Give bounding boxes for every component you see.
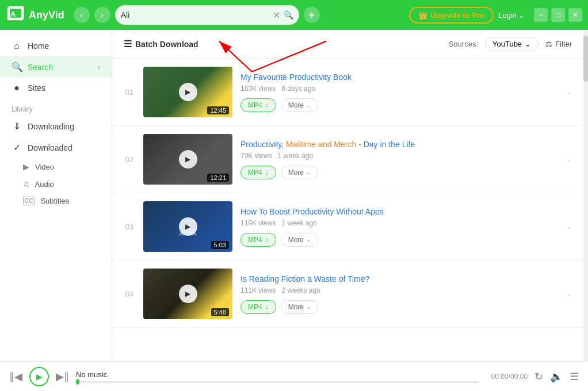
audio-icon: ♫ — [23, 179, 29, 189]
more-button[interactable]: More ⌄ — [281, 233, 318, 247]
player-repeat-button[interactable]: ↻ — [534, 370, 543, 383]
sidebar-item-home[interactable]: ⌂ Home — [0, 36, 112, 56]
result-actions: MP4 ↓ More ⌄ — [240, 300, 558, 314]
chevron-right-icon: › — [98, 63, 100, 71]
player-progress-bar[interactable] — [76, 381, 479, 383]
sidebar-item-search[interactable]: 🔍 Search › — [0, 56, 112, 78]
title-orange-part: Mailtime and Merch — [286, 140, 356, 149]
search-input[interactable]: Ali — [121, 10, 269, 20]
play-overlay[interactable]: ▶ — [179, 285, 197, 303]
play-overlay[interactable]: ▶ — [179, 150, 197, 168]
batch-icon: ☰ — [124, 39, 132, 49]
window-controls: − □ ✕ — [534, 8, 582, 22]
result-title[interactable]: How To Boost Productivity Without Apps — [240, 207, 558, 216]
collapse-icon[interactable]: ⌄ — [566, 88, 572, 96]
sidebar-sub-video[interactable]: ▶ Video — [0, 158, 112, 175]
player-queue-button[interactable]: ☰ — [570, 370, 579, 383]
maximize-button[interactable]: □ — [551, 8, 565, 22]
player-time: 00:00/00:00 — [491, 373, 528, 381]
title-rest-part: - Day in the Life — [356, 140, 415, 149]
player-title: No music — [76, 370, 479, 379]
sidebar-sub-audio[interactable]: ♫ Audio — [0, 175, 112, 193]
player-prev-button[interactable]: ∥◀ — [9, 370, 22, 383]
result-title[interactable]: Productivity, Mailtime and Merch - Day i… — [240, 140, 558, 149]
result-meta: 111K views 2 weeks ago — [240, 286, 558, 294]
sidebar-item-sites[interactable]: ● Sites — [0, 78, 112, 98]
result-actions: MP4 ↓ More ⌄ — [240, 166, 558, 179]
table-row: 04 📓 ▶ 5:48 Is Reading Fiction a Waste o… — [112, 260, 583, 328]
thumbnail[interactable]: 📚 ▶ 12:45 — [143, 67, 232, 117]
sidebar-item-downloading[interactable]: ⇓ Downloading — [0, 116, 112, 137]
upgrade-button[interactable]: 👑 Upgrade to Pro — [409, 7, 494, 24]
sidebar: ⌂ Home 🔍 Search › ● Sites Library ⇓ Down… — [0, 30, 112, 361]
scrollbar[interactable] — [583, 30, 588, 361]
play-overlay[interactable]: ▶ — [179, 83, 197, 101]
result-number: 02 — [124, 155, 135, 164]
result-meta: 163K views 6 days ago — [240, 85, 558, 93]
more-button[interactable]: More ⌄ — [281, 98, 318, 112]
download-icon: ⇓ — [12, 121, 22, 132]
bottom-player: ∥◀ ▶ ▶∥ No music 00:00/00:00 ↻ 🔈 ☰ — [0, 361, 588, 391]
result-meta: 79K views 1 week ago — [240, 152, 558, 160]
player-track: No music — [76, 370, 479, 383]
mp4-download-button[interactable]: MP4 ↓ — [240, 98, 276, 112]
table-row: 01 📚 ▶ 12:45 My Favourite Productivity B… — [112, 59, 583, 126]
player-progress-fill — [76, 379, 79, 385]
table-row: 03 💻 ▶ 5:03 How To Boost Productivity Wi… — [112, 193, 583, 260]
thumbnail[interactable]: 🎥 ▶ 12:21 — [143, 134, 232, 185]
collapse-icon[interactable]: ⌄ — [566, 223, 572, 231]
more-button[interactable]: More ⌄ — [281, 166, 318, 179]
nav-forward-button[interactable]: › — [94, 7, 110, 23]
search-clear-button[interactable]: ✕ — [273, 10, 280, 21]
video-duration: 5:48 — [211, 308, 229, 316]
download-icon: ↓ — [265, 101, 269, 109]
thumbnail[interactable]: 💻 ▶ 5:03 — [143, 201, 232, 252]
sidebar-item-downloaded[interactable]: ✓ Downloaded — [0, 137, 112, 158]
add-tab-button[interactable]: + — [304, 7, 320, 23]
filter-button[interactable]: ⚖ Filter — [545, 40, 572, 48]
title-blue-part: Productivity, — [240, 140, 286, 149]
download-icon: ↓ — [265, 303, 269, 311]
titlebar: A AnyVid ‹ › Ali ✕ 🔍 + 👑 Upgrade to Pro … — [0, 0, 588, 30]
sources-select[interactable]: YouTube ⌄ — [485, 37, 539, 51]
check-icon: ✓ — [12, 142, 22, 153]
scrollbar-thumb[interactable] — [583, 36, 588, 82]
nav-back-button[interactable]: ‹ — [74, 7, 90, 23]
result-info: Is Reading Fiction a Waste of Time? 111K… — [240, 274, 558, 314]
chevron-down-icon: ⌄ — [525, 40, 531, 48]
svg-text:A: A — [10, 10, 16, 18]
home-icon: ⌂ — [12, 41, 22, 51]
mp4-download-button[interactable]: MP4 ↓ — [240, 233, 276, 247]
login-button[interactable]: Login ⌄ — [498, 11, 525, 20]
video-icon: ▶ — [23, 162, 29, 171]
batch-download-button[interactable]: ☰ Batch Download — [124, 39, 198, 49]
result-title[interactable]: Is Reading Fiction a Waste of Time? — [240, 274, 558, 283]
player-volume-button[interactable]: 🔈 — [550, 370, 563, 383]
logo: A AnyVid — [6, 6, 64, 24]
video-duration: 12:21 — [207, 174, 229, 182]
filter-icon: ⚖ — [545, 40, 552, 48]
subtitles-icon: CC — [23, 197, 35, 205]
more-button[interactable]: More ⌄ — [281, 300, 318, 314]
result-title[interactable]: My Favourite Productivity Book — [240, 72, 558, 82]
library-label: Library — [0, 98, 112, 116]
player-play-button[interactable]: ▶ — [29, 367, 49, 386]
sidebar-sub-subtitles[interactable]: CC Subtitles — [0, 193, 112, 209]
chevron-down-icon: ⌄ — [518, 11, 525, 20]
minimize-button[interactable]: − — [534, 8, 548, 22]
play-overlay[interactable]: ▶ — [179, 217, 197, 236]
sites-icon: ● — [12, 83, 22, 93]
result-number: 01 — [124, 88, 135, 97]
search-icon: 🔍 — [12, 62, 22, 72]
video-duration: 5:03 — [211, 241, 229, 249]
collapse-icon[interactable]: ⌄ — [566, 155, 572, 163]
collapse-icon[interactable]: ⌄ — [566, 290, 572, 298]
result-info: My Favourite Productivity Book 163K view… — [240, 72, 558, 112]
close-button[interactable]: ✕ — [568, 8, 582, 22]
search-bar: Ali ✕ 🔍 — [115, 5, 299, 25]
player-next-button[interactable]: ▶∥ — [56, 370, 69, 383]
thumbnail[interactable]: 📓 ▶ 5:48 — [143, 269, 232, 319]
chevron-down-icon: ⌄ — [306, 102, 311, 108]
mp4-download-button[interactable]: MP4 ↓ — [240, 300, 276, 314]
mp4-download-button[interactable]: MP4 ↓ — [240, 166, 276, 179]
